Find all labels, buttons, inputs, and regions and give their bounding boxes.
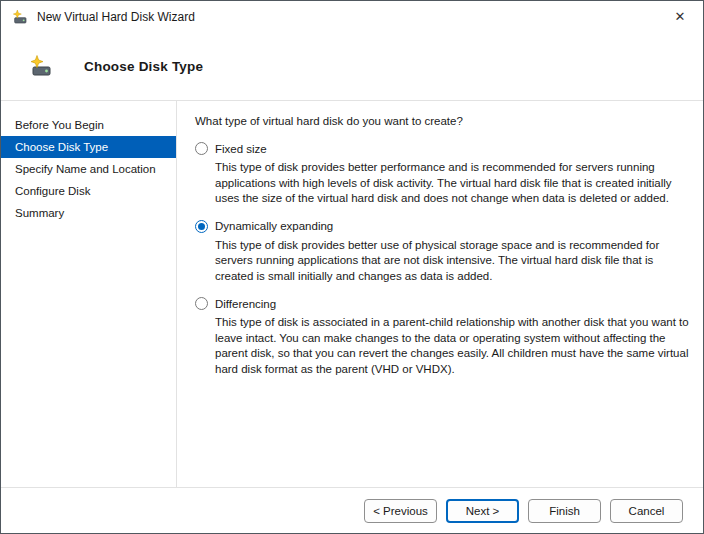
question-text: What type of virtual hard disk do you wa… <box>195 115 689 127</box>
dynamically-expanding-label: Dynamically expanding <box>215 220 333 232</box>
cancel-button[interactable]: Cancel <box>610 499 683 523</box>
window-title: New Virtual Hard Disk Wizard <box>37 10 657 24</box>
close-button[interactable]: ✕ <box>657 1 703 32</box>
app-wizard-icon <box>12 9 28 25</box>
button-bar: < Previous Next > Finish Cancel <box>1 487 703 533</box>
wizard-header: Choose Disk Type <box>1 32 703 101</box>
differencing-label: Differencing <box>215 298 276 310</box>
radio-checked-icon[interactable] <box>195 220 208 233</box>
fixed-size-radio-row[interactable]: Fixed size <box>195 142 689 155</box>
page-title: Choose Disk Type <box>84 59 203 74</box>
disk-type-option-differencing: Differencing This type of disk is associ… <box>195 297 689 377</box>
next-button[interactable]: Next > <box>446 499 519 523</box>
differencing-radio-row[interactable]: Differencing <box>195 297 689 310</box>
differencing-description: This type of disk is associated in a par… <box>215 315 689 377</box>
wizard-steps-sidebar: Before You Begin Choose Disk Type Specif… <box>1 101 177 487</box>
sidebar-item-choose-disk-type[interactable]: Choose Disk Type <box>1 136 176 158</box>
sidebar-item-specify-name-and-location[interactable]: Specify Name and Location <box>1 158 176 180</box>
wizard-window: New Virtual Hard Disk Wizard ✕ Choose Di… <box>0 0 704 534</box>
finish-button[interactable]: Finish <box>528 499 601 523</box>
disk-wizard-icon <box>29 54 53 78</box>
sidebar-item-summary[interactable]: Summary <box>1 202 176 224</box>
disk-type-option-fixed-size: Fixed size This type of disk provides be… <box>195 142 689 207</box>
fixed-size-description: This type of disk provides better perfor… <box>215 160 689 207</box>
sidebar-item-configure-disk[interactable]: Configure Disk <box>1 180 176 202</box>
wizard-body: Before You Begin Choose Disk Type Specif… <box>1 101 703 487</box>
wizard-content: What type of virtual hard disk do you wa… <box>177 101 703 487</box>
radio-unchecked-icon[interactable] <box>195 297 208 310</box>
titlebar[interactable]: New Virtual Hard Disk Wizard ✕ <box>1 1 703 32</box>
dynamically-expanding-description: This type of disk provides better use of… <box>215 238 689 285</box>
radio-unchecked-icon[interactable] <box>195 142 208 155</box>
disk-type-option-dynamically-expanding: Dynamically expanding This type of disk … <box>195 220 689 285</box>
dynamically-expanding-radio-row[interactable]: Dynamically expanding <box>195 220 689 233</box>
sidebar-item-before-you-begin[interactable]: Before You Begin <box>1 114 176 136</box>
previous-button[interactable]: < Previous <box>364 499 437 523</box>
fixed-size-label: Fixed size <box>215 143 267 155</box>
